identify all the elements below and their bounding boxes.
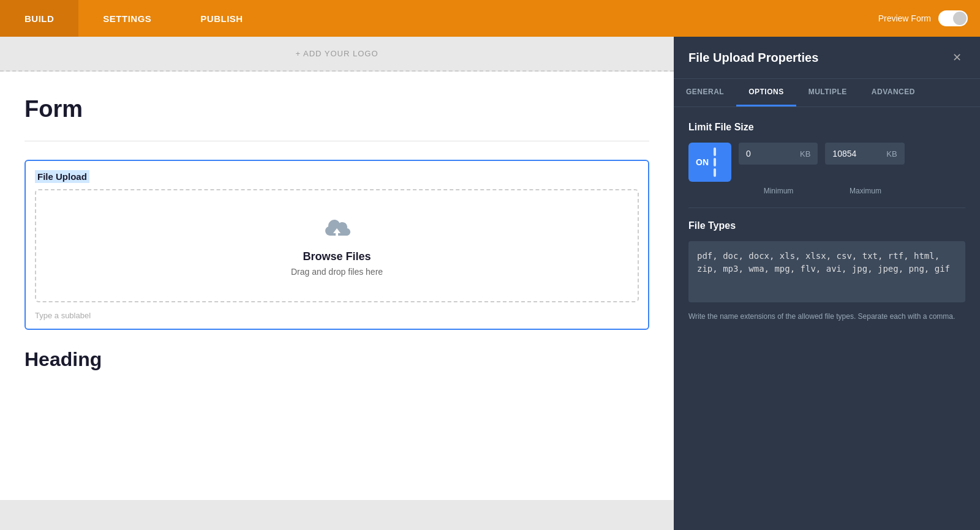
close-button[interactable]: ✕ — [948, 49, 965, 66]
panel-title: File Upload Properties — [688, 51, 818, 65]
toggle-lines-icon — [714, 147, 716, 177]
limit-size-toggle[interactable]: ON — [688, 143, 731, 182]
tab-multiple[interactable]: MULTIPLE — [796, 79, 859, 106]
limit-file-size-title: Limit File Size — [688, 122, 965, 133]
max-input-group: KB — [825, 143, 904, 165]
max-unit-label: KB — [886, 143, 904, 165]
top-nav: BUILD SETTINGS PUBLISH Preview Form — [0, 0, 980, 37]
min-unit-label: KB — [800, 143, 818, 165]
file-types-title: File Types — [688, 220, 965, 231]
tab-advanced[interactable]: ADVANCED — [859, 79, 927, 106]
on-label: ON — [696, 157, 709, 167]
tab-general[interactable]: GENERAL — [674, 79, 736, 106]
file-types-hint: Write the name extensions of the allowed… — [688, 311, 965, 322]
file-upload-label: File Upload — [35, 170, 89, 183]
minimum-label: Minimum — [739, 187, 818, 195]
form-area: + ADD YOUR LOGO Form File Upload Browse … — [0, 37, 674, 530]
panel-tabs: GENERAL OPTIONS MULTIPLE ADVANCED — [674, 79, 980, 107]
nav-tab-publish[interactable]: PUBLISH — [176, 0, 267, 37]
panel-content: Limit File Size ON KB — [674, 107, 980, 337]
maximum-label: Maximum — [826, 187, 905, 195]
browse-files-text: Browse Files — [48, 250, 625, 263]
add-logo-text: + ADD YOUR LOGO — [295, 49, 378, 58]
file-upload-dropzone[interactable]: Browse Files Drag and drop files here — [35, 189, 639, 302]
form-title: Form — [24, 96, 649, 122]
min-value-input[interactable] — [739, 143, 800, 165]
logo-header[interactable]: + ADD YOUR LOGO — [0, 37, 674, 72]
section-divider — [688, 207, 965, 208]
nav-tab-settings[interactable]: SETTINGS — [78, 0, 176, 37]
drag-drop-text: Drag and drop files here — [48, 267, 625, 277]
min-input-group: KB — [739, 143, 818, 165]
toggle-line-1 — [714, 147, 716, 156]
file-types-input[interactable]: pdf, doc, docx, xls, xlsx, csv, txt, rtf… — [688, 241, 965, 302]
nav-tab-build[interactable]: BUILD — [0, 0, 78, 37]
file-upload-widget[interactable]: File Upload Browse Files Drag and drop f… — [24, 160, 649, 330]
main-layout: + ADD YOUR LOGO Form File Upload Browse … — [0, 37, 980, 530]
right-panel: File Upload Properties ✕ GENERAL OPTIONS… — [674, 37, 980, 530]
sublabel-input[interactable]: Type a sublabel — [35, 308, 639, 323]
preview-label: Preview Form — [878, 13, 931, 23]
nav-right: Preview Form — [878, 10, 980, 26]
toggle-line-3 — [714, 168, 716, 177]
toggle-knob — [953, 12, 967, 25]
form-divider — [24, 141, 649, 141]
min-max-labels: Minimum Maximum — [739, 187, 965, 195]
tab-options[interactable]: OPTIONS — [736, 79, 796, 106]
max-value-input[interactable] — [825, 143, 886, 165]
limit-size-row: ON KB KB — [688, 143, 965, 182]
toggle-line-2 — [714, 158, 716, 166]
form-heading: Heading — [24, 348, 649, 371]
cloud-upload-icon — [320, 215, 354, 244]
form-content: Form File Upload Browse Files Drag and d… — [0, 72, 674, 500]
panel-header: File Upload Properties ✕ — [674, 37, 980, 79]
preview-toggle[interactable] — [938, 10, 968, 26]
